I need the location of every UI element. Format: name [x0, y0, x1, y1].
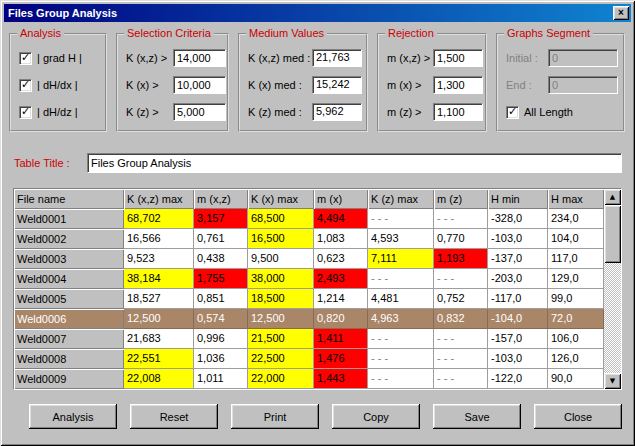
k-x-med-value: 15,242 [312, 76, 362, 94]
field-row: m (x) > [387, 76, 483, 94]
checkbox-label: All Length [524, 106, 573, 118]
data-cell: 1,411 [314, 329, 368, 349]
m-xz-rejection-input[interactable] [433, 49, 483, 67]
checkbox-box: ✓ [19, 79, 32, 92]
data-cell: 4,494 [314, 209, 368, 229]
group-analysis-caption: Analysis [17, 27, 64, 39]
group-medium-values: Medium Values K (x,z) med : 21,763 K (x)… [238, 33, 368, 132]
scroll-down-button[interactable]: ▼ [604, 373, 621, 389]
data-cell: 1,476 [314, 349, 368, 369]
table-row[interactable]: Weld000822,5511,03622,5001,476- - -- - -… [14, 349, 604, 369]
save-button[interactable]: Save [433, 404, 521, 429]
data-cell: 16,500 [248, 229, 314, 249]
data-cell: 0,851 [194, 289, 248, 309]
field-label: K (x) > [126, 79, 173, 91]
close-dialog-button[interactable]: Close [534, 404, 622, 429]
checkbox-dh-dz[interactable]: ✓ | dH/dz | [19, 105, 78, 119]
field-label: K (x,z) med : [248, 52, 312, 64]
data-cell: 0,996 [194, 329, 248, 349]
data-cell: -104,0 [488, 309, 548, 329]
files-table-grid: File nameK (x,z) maxm (x,z)K (x) maxm (x… [14, 189, 604, 389]
data-cell: 4,593 [368, 229, 434, 249]
title-bar[interactable]: Files Group Analysis × [4, 4, 631, 22]
group-graphs-segment: Graphs Segment Initial : End : ✓ All Len… [496, 33, 625, 132]
table-row[interactable]: Weld000922,0081,01122,0001,443- - -- - -… [14, 369, 604, 389]
data-cell: 68,702 [124, 209, 194, 229]
data-cell: 117,0 [548, 249, 604, 269]
field-label: End : [506, 79, 548, 91]
data-cell: -103,0 [488, 349, 548, 369]
data-cell: -103,0 [488, 229, 548, 249]
data-cell: 1,214 [314, 289, 368, 309]
table-row[interactable]: Weld00039,5230,4389,5000,6237,1111,193-1… [14, 249, 604, 269]
data-cell: -203,0 [488, 269, 548, 289]
table-title-input[interactable] [87, 153, 622, 173]
k-z-threshold-input[interactable] [173, 103, 226, 121]
data-cell: 22,008 [124, 369, 194, 389]
data-cell: 38,184 [124, 269, 194, 289]
checkbox-grad-h[interactable]: ✓ | grad H | [19, 51, 82, 65]
column-header: m (x) [314, 189, 368, 209]
table-row[interactable]: Weld000216,5660,76116,5001,0834,5930,770… [14, 229, 604, 249]
group-rejection: Rejection m (x,z) > m (x) > m (z) > [377, 33, 487, 132]
data-cell: 99,0 [548, 289, 604, 309]
data-cell: 0,770 [434, 229, 488, 249]
arrow-down-icon: ▼ [610, 378, 615, 385]
table-row[interactable]: Weld000721,6830,99621,5001,411- - -- - -… [14, 329, 604, 349]
checkbox-dh-dx[interactable]: ✓ | dH/dx | [19, 78, 78, 92]
field-row: K (x,z) > [126, 49, 226, 67]
data-cell: 1,443 [314, 369, 368, 389]
file-name-cell: Weld0003 [14, 249, 124, 269]
checkbox-all-length[interactable]: ✓ All Length [506, 105, 573, 119]
k-x-threshold-input[interactable] [173, 76, 226, 94]
field-label: m (x) > [387, 79, 433, 91]
data-cell: 2,493 [314, 269, 368, 289]
field-row: K (x) med : 15,242 [248, 76, 362, 94]
data-cell: - - - [434, 369, 488, 389]
data-cell: 0,761 [194, 229, 248, 249]
column-header: K (x) max [248, 189, 314, 209]
field-row: K (x,z) med : 21,763 [248, 49, 362, 67]
column-header: File name [14, 189, 124, 209]
files-group-analysis-dialog: Files Group Analysis × Analysis ✓ | grad… [0, 0, 635, 446]
copy-button[interactable]: Copy [332, 404, 420, 429]
file-name-cell: Weld0005 [14, 289, 124, 309]
group-selection-criteria: Selection Criteria K (x,z) > K (x) > K (… [116, 33, 229, 132]
vertical-scrollbar[interactable]: ▲ ▼ [604, 189, 621, 389]
field-row: K (z) med : 5,962 [248, 103, 362, 121]
column-header: K (x,z) max [124, 189, 194, 209]
field-label: K (z) > [126, 106, 173, 118]
k-xz-threshold-input[interactable] [173, 49, 226, 67]
column-header: H max [548, 189, 604, 209]
m-z-rejection-input[interactable] [433, 103, 483, 121]
print-button[interactable]: Print [231, 404, 319, 429]
table-row[interactable]: Weld000518,5270,85118,5001,2144,4810,752… [14, 289, 604, 309]
table-row[interactable]: Weld000168,7023,15768,5004,494- - -- - -… [14, 209, 604, 229]
data-cell: 16,566 [124, 229, 194, 249]
data-cell: - - - [368, 369, 434, 389]
table-row[interactable]: Weld000612,5000,57412,5000,8204,9630,832… [14, 309, 604, 329]
table-row[interactable]: Weld000438,1841,75538,0002,493- - -- - -… [14, 269, 604, 289]
checkbox-label: | dH/dx | [37, 79, 78, 91]
data-cell: 126,0 [548, 349, 604, 369]
data-cell: 129,0 [548, 269, 604, 289]
file-name-cell: Weld0009 [14, 369, 124, 389]
m-x-rejection-input[interactable] [433, 76, 483, 94]
group-selection-caption: Selection Criteria [124, 27, 214, 39]
scroll-thumb[interactable] [604, 205, 621, 263]
data-cell: 1,193 [434, 249, 488, 269]
data-cell: 9,500 [248, 249, 314, 269]
close-button[interactable]: × [613, 6, 629, 20]
group-rejection-caption: Rejection [385, 27, 437, 39]
file-name-cell: Weld0006 [14, 309, 124, 329]
analysis-button[interactable]: Analysis [29, 404, 117, 429]
reset-button[interactable]: Reset [130, 404, 218, 429]
file-name-cell: Weld0008 [14, 349, 124, 369]
scroll-up-button[interactable]: ▲ [604, 189, 621, 205]
data-cell: -157,0 [488, 329, 548, 349]
arrow-up-icon: ▲ [610, 194, 615, 201]
column-header: H min [488, 189, 548, 209]
data-cell: -137,0 [488, 249, 548, 269]
data-cell: - - - [368, 269, 434, 289]
data-cell: 22,551 [124, 349, 194, 369]
